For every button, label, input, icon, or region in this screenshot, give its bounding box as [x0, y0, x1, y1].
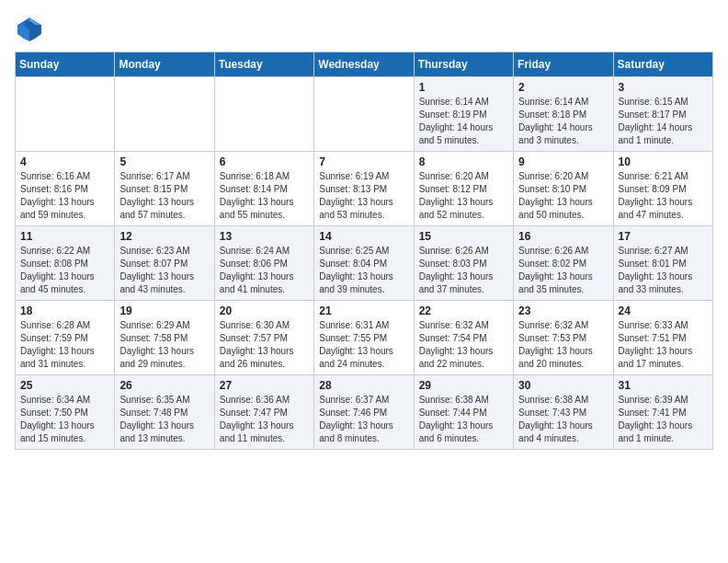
day-number: 8 [419, 155, 508, 168]
day-info: Sunrise: 6:36 AM Sunset: 7:47 PM Dayligh… [220, 394, 309, 445]
calendar-cell: 7Sunrise: 6:19 AM Sunset: 8:13 PM Daylig… [314, 152, 414, 226]
day-info: Sunrise: 6:24 AM Sunset: 8:06 PM Dayligh… [220, 245, 309, 296]
day-number: 9 [518, 155, 608, 168]
day-number: 2 [518, 81, 608, 94]
day-number: 19 [119, 304, 209, 317]
day-info: Sunrise: 6:17 AM Sunset: 8:15 PM Dayligh… [119, 170, 209, 222]
day-number: 31 [619, 379, 708, 392]
day-header-saturday: Saturday [613, 52, 712, 77]
day-number: 4 [20, 155, 109, 168]
day-info: Sunrise: 6:26 AM Sunset: 8:03 PM Dayligh… [419, 245, 508, 296]
calendar-cell: 2Sunrise: 6:14 AM Sunset: 8:18 PM Daylig… [514, 77, 613, 152]
day-number: 29 [419, 379, 508, 392]
calendar-cell: 26Sunrise: 6:35 AM Sunset: 7:48 PM Dayli… [115, 375, 214, 450]
day-info: Sunrise: 6:26 AM Sunset: 8:02 PM Dayligh… [518, 245, 608, 296]
calendar-cell: 31Sunrise: 6:39 AM Sunset: 7:41 PM Dayli… [613, 375, 712, 450]
day-header-wednesday: Wednesday [314, 52, 414, 77]
calendar-cell: 25Sunrise: 6:34 AM Sunset: 7:50 PM Dayli… [16, 375, 115, 450]
day-info: Sunrise: 6:39 AM Sunset: 7:41 PM Dayligh… [619, 394, 708, 445]
calendar-table: SundayMondayTuesdayWednesdayThursdayFrid… [15, 52, 713, 450]
calendar-cell: 1Sunrise: 6:14 AM Sunset: 8:19 PM Daylig… [414, 77, 513, 152]
day-info: Sunrise: 6:29 AM Sunset: 7:58 PM Dayligh… [119, 319, 209, 371]
day-info: Sunrise: 6:33 AM Sunset: 7:51 PM Dayligh… [619, 319, 708, 371]
day-info: Sunrise: 6:34 AM Sunset: 7:50 PM Dayligh… [20, 394, 109, 445]
day-header-friday: Friday [514, 52, 613, 77]
day-number: 14 [319, 230, 408, 243]
day-info: Sunrise: 6:25 AM Sunset: 8:04 PM Dayligh… [319, 245, 408, 296]
calendar-cell: 9Sunrise: 6:20 AM Sunset: 8:10 PM Daylig… [514, 152, 613, 226]
day-header-tuesday: Tuesday [214, 52, 313, 77]
calendar-week-row: 1Sunrise: 6:14 AM Sunset: 8:19 PM Daylig… [16, 77, 713, 152]
calendar-cell: 30Sunrise: 6:38 AM Sunset: 7:43 PM Dayli… [514, 375, 613, 450]
day-header-monday: Monday [115, 52, 214, 77]
day-info: Sunrise: 6:15 AM Sunset: 8:17 PM Dayligh… [619, 96, 708, 147]
day-number: 28 [319, 379, 408, 392]
day-info: Sunrise: 6:16 AM Sunset: 8:16 PM Dayligh… [20, 170, 109, 222]
calendar-week-row: 4Sunrise: 6:16 AM Sunset: 8:16 PM Daylig… [16, 152, 713, 226]
day-number: 13 [220, 230, 309, 243]
day-number: 12 [119, 230, 209, 243]
day-info: Sunrise: 6:35 AM Sunset: 7:48 PM Dayligh… [119, 394, 209, 445]
calendar-cell: 13Sunrise: 6:24 AM Sunset: 8:06 PM Dayli… [214, 226, 313, 301]
calendar-cell: 18Sunrise: 6:28 AM Sunset: 7:59 PM Dayli… [16, 301, 115, 375]
calendar-header-row: SundayMondayTuesdayWednesdayThursdayFrid… [16, 52, 713, 77]
page-header [15, 15, 713, 44]
day-number: 21 [319, 304, 408, 317]
day-info: Sunrise: 6:38 AM Sunset: 7:44 PM Dayligh… [419, 394, 508, 445]
day-info: Sunrise: 6:20 AM Sunset: 8:12 PM Dayligh… [419, 170, 508, 222]
calendar-cell: 16Sunrise: 6:26 AM Sunset: 8:02 PM Dayli… [514, 226, 613, 301]
day-number: 1 [419, 81, 508, 94]
calendar-cell: 22Sunrise: 6:32 AM Sunset: 7:54 PM Dayli… [414, 301, 513, 375]
day-number: 22 [419, 304, 508, 317]
calendar-cell: 29Sunrise: 6:38 AM Sunset: 7:44 PM Dayli… [414, 375, 513, 450]
day-info: Sunrise: 6:18 AM Sunset: 8:14 PM Dayligh… [220, 170, 309, 222]
day-number: 25 [20, 379, 109, 392]
calendar-cell: 21Sunrise: 6:31 AM Sunset: 7:55 PM Dayli… [314, 301, 414, 375]
day-number: 18 [20, 304, 109, 317]
day-info: Sunrise: 6:14 AM Sunset: 8:19 PM Dayligh… [419, 96, 508, 147]
calendar-cell: 23Sunrise: 6:32 AM Sunset: 7:53 PM Dayli… [514, 301, 613, 375]
calendar-week-row: 25Sunrise: 6:34 AM Sunset: 7:50 PM Dayli… [16, 375, 713, 450]
day-info: Sunrise: 6:22 AM Sunset: 8:08 PM Dayligh… [20, 245, 109, 296]
calendar-cell: 14Sunrise: 6:25 AM Sunset: 8:04 PM Dayli… [314, 226, 414, 301]
calendar-cell: 5Sunrise: 6:17 AM Sunset: 8:15 PM Daylig… [115, 152, 214, 226]
calendar-cell: 17Sunrise: 6:27 AM Sunset: 8:01 PM Dayli… [613, 226, 712, 301]
calendar-cell: 3Sunrise: 6:15 AM Sunset: 8:17 PM Daylig… [613, 77, 712, 152]
day-info: Sunrise: 6:28 AM Sunset: 7:59 PM Dayligh… [20, 319, 109, 371]
day-info: Sunrise: 6:19 AM Sunset: 8:13 PM Dayligh… [319, 170, 408, 222]
day-number: 16 [518, 230, 608, 243]
day-number: 23 [518, 304, 608, 317]
day-number: 5 [119, 155, 209, 168]
calendar-cell [16, 77, 115, 152]
day-info: Sunrise: 6:21 AM Sunset: 8:09 PM Dayligh… [619, 170, 708, 222]
calendar-cell: 6Sunrise: 6:18 AM Sunset: 8:14 PM Daylig… [214, 152, 313, 226]
calendar-cell [115, 77, 214, 152]
calendar-cell: 20Sunrise: 6:30 AM Sunset: 7:57 PM Dayli… [214, 301, 313, 375]
calendar-cell [214, 77, 313, 152]
day-info: Sunrise: 6:37 AM Sunset: 7:46 PM Dayligh… [319, 394, 408, 445]
calendar-cell: 15Sunrise: 6:26 AM Sunset: 8:03 PM Dayli… [414, 226, 513, 301]
day-number: 6 [220, 155, 309, 168]
day-number: 26 [119, 379, 209, 392]
calendar-cell [314, 77, 414, 152]
day-info: Sunrise: 6:27 AM Sunset: 8:01 PM Dayligh… [619, 245, 708, 296]
calendar-week-row: 11Sunrise: 6:22 AM Sunset: 8:08 PM Dayli… [16, 226, 713, 301]
day-number: 24 [619, 304, 708, 317]
day-number: 11 [20, 230, 109, 243]
day-number: 10 [619, 155, 708, 168]
logo [15, 15, 48, 44]
day-info: Sunrise: 6:32 AM Sunset: 7:53 PM Dayligh… [518, 319, 608, 371]
calendar-week-row: 18Sunrise: 6:28 AM Sunset: 7:59 PM Dayli… [16, 301, 713, 375]
day-number: 7 [319, 155, 408, 168]
calendar-cell: 4Sunrise: 6:16 AM Sunset: 8:16 PM Daylig… [16, 152, 115, 226]
calendar-cell: 24Sunrise: 6:33 AM Sunset: 7:51 PM Dayli… [613, 301, 712, 375]
day-header-sunday: Sunday [16, 52, 115, 77]
day-number: 15 [419, 230, 508, 243]
logo-icon [15, 15, 44, 44]
day-info: Sunrise: 6:20 AM Sunset: 8:10 PM Dayligh… [518, 170, 608, 222]
calendar-cell: 27Sunrise: 6:36 AM Sunset: 7:47 PM Dayli… [214, 375, 313, 450]
calendar-cell: 19Sunrise: 6:29 AM Sunset: 7:58 PM Dayli… [115, 301, 214, 375]
day-header-thursday: Thursday [414, 52, 513, 77]
day-info: Sunrise: 6:30 AM Sunset: 7:57 PM Dayligh… [220, 319, 309, 371]
calendar-cell: 8Sunrise: 6:20 AM Sunset: 8:12 PM Daylig… [414, 152, 513, 226]
